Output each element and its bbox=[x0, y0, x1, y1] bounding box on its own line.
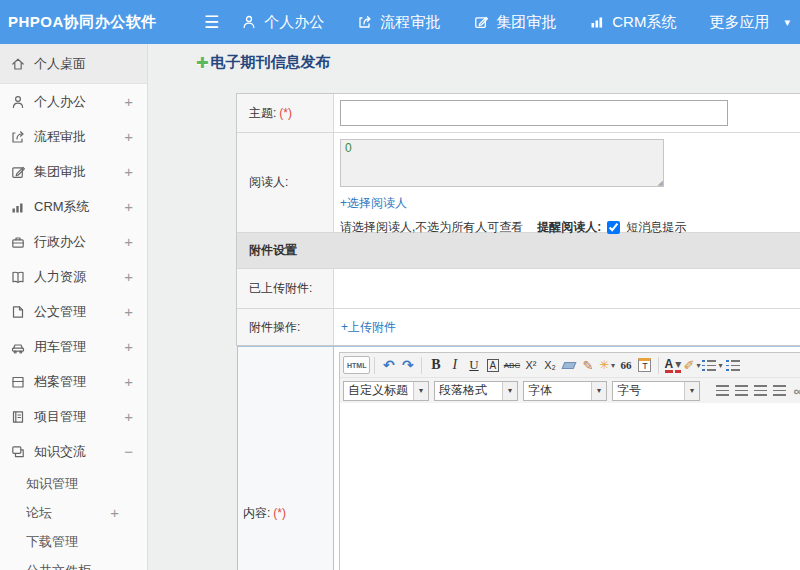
uploaded-attachments-row: 已上传附件: bbox=[237, 268, 800, 308]
subscript-button[interactable]: X₂ bbox=[540, 355, 559, 375]
sidebar-item-archive-mgmt[interactable]: 档案管理 + bbox=[0, 364, 147, 399]
source-code-button[interactable]: HTML bbox=[343, 356, 370, 374]
readers-textarea[interactable]: 0 bbox=[340, 139, 664, 187]
expand-plus-icon[interactable]: + bbox=[124, 233, 133, 250]
sidebar-item-crm[interactable]: CRM系统 + bbox=[0, 189, 147, 224]
sidebar-item-personal-office[interactable]: 个人办公 + bbox=[0, 84, 147, 119]
italic-button[interactable]: I bbox=[445, 355, 464, 375]
select-label: 字体 bbox=[528, 382, 552, 399]
underline-button[interactable]: U bbox=[464, 355, 483, 375]
expand-plus-icon[interactable]: + bbox=[124, 268, 133, 285]
sidebar-item-personal-desktop[interactable]: 个人桌面 bbox=[0, 44, 147, 84]
sidebar-item-hr[interactable]: 人力资源 + bbox=[0, 259, 147, 294]
edit-icon bbox=[473, 14, 489, 30]
sidebar-subitem-download-mgmt[interactable]: 下载管理 bbox=[0, 527, 147, 556]
nav-personal-office[interactable]: 个人办公 bbox=[241, 13, 324, 32]
bold-button[interactable]: B bbox=[426, 355, 445, 375]
paragraph-format-select[interactable]: 段落格式▾ bbox=[434, 381, 518, 401]
paste-as-text-button[interactable]: T bbox=[635, 355, 654, 375]
font-color-button[interactable]: A▾ bbox=[663, 355, 682, 375]
expand-plus-icon[interactable]: + bbox=[124, 93, 133, 110]
custom-title-select[interactable]: 自定义标题▾ bbox=[343, 381, 429, 401]
notebook-icon bbox=[10, 409, 26, 425]
sidebar-item-admin-office[interactable]: 行政办公 + bbox=[0, 224, 147, 259]
content-editor-cell: HTML ↶ ↷ B I U A ABC X² X₂ ✎ ✳▾ 66 T bbox=[334, 347, 800, 570]
upload-attachment-link[interactable]: +上传附件 bbox=[341, 319, 396, 336]
expand-plus-icon[interactable]: + bbox=[110, 504, 119, 521]
hamburger-menu-icon[interactable]: ☰ bbox=[204, 14, 219, 31]
remove-format-button[interactable] bbox=[559, 355, 578, 375]
sidebar-subitem-knowledge-mgmt[interactable]: 知识管理 bbox=[0, 469, 147, 498]
align-justify-button[interactable] bbox=[770, 381, 789, 401]
sidebar-item-label: 项目管理 bbox=[34, 408, 86, 426]
sidebar-item-label: 知识交流 bbox=[34, 443, 86, 461]
caret-down-icon[interactable]: ▾ bbox=[784, 16, 790, 29]
expand-plus-icon[interactable]: + bbox=[124, 303, 133, 320]
unordered-list-icon bbox=[726, 360, 740, 371]
briefcase-icon bbox=[10, 234, 26, 250]
ordered-list-button[interactable]: ▾ bbox=[701, 355, 723, 375]
format-brush-button[interactable]: ✎ bbox=[578, 355, 597, 375]
toolbar-separator bbox=[421, 357, 422, 374]
bar-chart-icon bbox=[10, 199, 26, 215]
expand-plus-icon[interactable]: + bbox=[124, 163, 133, 180]
nav-more-apps[interactable]: 更多应用 bbox=[709, 13, 769, 32]
sidebar-subitem-public-file-cabinet[interactable]: 公共文件柜 bbox=[0, 556, 147, 570]
insert-link-button[interactable]: ∞ bbox=[789, 381, 800, 401]
sidebar-subitem-forum[interactable]: 论坛 + bbox=[0, 498, 147, 527]
select-label: 字号 bbox=[617, 382, 641, 399]
sms-notify-checkbox[interactable] bbox=[607, 221, 620, 234]
quick-format-button[interactable]: ✳▾ bbox=[597, 355, 616, 375]
content-label: 内容: bbox=[243, 505, 270, 522]
font-style-button[interactable]: A bbox=[483, 355, 502, 375]
sidebar-item-process-approval[interactable]: 流程审批 + bbox=[0, 119, 147, 154]
uploaded-attachments-value-cell bbox=[334, 269, 800, 308]
nav-process-approval[interactable]: 流程审批 bbox=[357, 13, 440, 32]
caret-down-icon: ▾ bbox=[675, 358, 681, 373]
sidebar-item-document-mgmt[interactable]: 公文管理 + bbox=[0, 294, 147, 329]
font-family-select[interactable]: 字体▾ bbox=[523, 381, 607, 401]
sidebar-item-project-mgmt[interactable]: 项目管理 + bbox=[0, 399, 147, 434]
expand-plus-icon[interactable]: + bbox=[124, 338, 133, 355]
sidebar-item-vehicle-mgmt[interactable]: 用车管理 + bbox=[0, 329, 147, 364]
subject-label-cell: 主题: (*) bbox=[237, 94, 334, 132]
align-right-button[interactable] bbox=[751, 381, 770, 401]
highlighter-icon: ✐ bbox=[683, 358, 694, 373]
select-readers-link[interactable]: +选择阅读人 bbox=[340, 195, 407, 212]
strikethrough-button[interactable]: ABC bbox=[502, 355, 521, 375]
nav-item-label: 集团审批 bbox=[496, 13, 556, 32]
sidebar-item-knowledge-exchange[interactable]: 知识交流 − bbox=[0, 434, 147, 469]
readers-value-cell: 0 ◢ +选择阅读人 请选择阅读人,不选为所有人可查看 提醒阅读人: 短消息提示 bbox=[334, 133, 800, 232]
wand-icon: ✳ bbox=[599, 358, 609, 372]
nav-group-approval[interactable]: 集团审批 bbox=[473, 13, 556, 32]
attachment-operation-label: 附件操作: bbox=[249, 319, 300, 336]
attachment-operation-value-cell: +上传附件 bbox=[334, 309, 800, 345]
align-right-icon bbox=[754, 385, 767, 396]
collapse-minus-icon[interactable]: − bbox=[124, 443, 133, 460]
expand-plus-icon[interactable]: + bbox=[124, 128, 133, 145]
expand-plus-icon[interactable]: + bbox=[124, 198, 133, 215]
sidebar-item-label: 流程审批 bbox=[34, 128, 86, 146]
blockquote-button[interactable]: 66 bbox=[616, 355, 635, 375]
attachment-section-header: 附件设置 bbox=[237, 232, 800, 268]
align-left-button[interactable] bbox=[713, 381, 732, 401]
highlight-color-button[interactable]: ✐▾ bbox=[682, 355, 701, 375]
expand-plus-icon[interactable]: + bbox=[124, 373, 133, 390]
expand-plus-icon[interactable]: + bbox=[124, 408, 133, 425]
redo-button[interactable]: ↷ bbox=[398, 355, 417, 375]
undo-button[interactable]: ↶ bbox=[379, 355, 398, 375]
attachment-operation-label-cell: 附件操作: bbox=[237, 309, 334, 345]
font-size-select[interactable]: 字号▾ bbox=[612, 381, 700, 401]
content-editor-table: 内容: (*) HTML ↶ ↷ B I U A ABC X² X₂ bbox=[237, 346, 800, 570]
sidebar-item-group-approval[interactable]: 集团审批 + bbox=[0, 154, 147, 189]
nav-crm-system[interactable]: CRM系统 bbox=[589, 13, 676, 32]
document-icon bbox=[10, 304, 26, 320]
sidebar-item-label: 人力资源 bbox=[34, 268, 86, 286]
subject-input[interactable] bbox=[340, 100, 728, 126]
nav-item-label: CRM系统 bbox=[612, 13, 676, 32]
editor-content-area[interactable] bbox=[340, 403, 800, 570]
superscript-button[interactable]: X² bbox=[521, 355, 540, 375]
editor-toolbar-row-2: 自定义标题▾ 段落格式▾ 字体▾ 字号▾ ∞ ∞ bbox=[340, 378, 800, 403]
align-center-button[interactable] bbox=[732, 381, 751, 401]
unordered-list-button[interactable] bbox=[723, 355, 742, 375]
